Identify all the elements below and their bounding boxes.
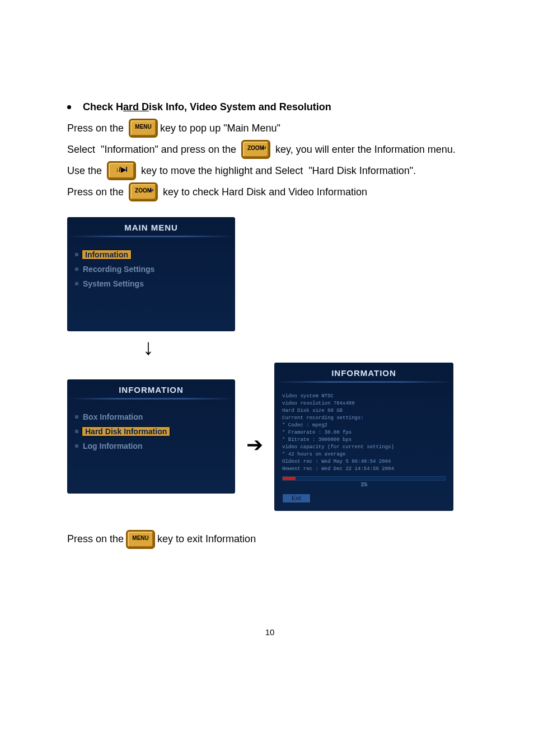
instruction-line-1: Press on the MENU key to pop up "Main Me…: [67, 119, 472, 138]
info-line: video system NTSC: [282, 393, 446, 400]
instruction-line-3: Use the ↓/▶I key to move the highlight a…: [67, 161, 472, 180]
text: key to pop up "Main Menu": [160, 119, 280, 137]
text: Press on the: [67, 119, 127, 137]
text: Select "Information" and press on the: [67, 140, 239, 158]
arrow-right-icon: ➔: [246, 433, 263, 457]
figures-area: MAIN MENU Information Recording Settings…: [67, 217, 472, 511]
info-line: Newest rec : Wed Dec 22 14:54:56 2004: [282, 466, 446, 473]
menu-item-label: System Settings: [82, 279, 145, 289]
key-label: MENU: [132, 535, 148, 541]
menu-item-label: Log Information: [82, 441, 144, 451]
info-lines: video system NTSC video resolution 704x4…: [274, 393, 453, 473]
text: key to move the highlight and Select "Ha…: [138, 162, 416, 180]
heading-underline: ard D: [123, 101, 149, 112]
text: Press on the: [67, 183, 127, 201]
menu-key-icon: MENU: [129, 119, 158, 138]
zoom-key-icon: ZOOM: [241, 140, 270, 159]
page: Check Hard Disk Info, Video System and R…: [0, 0, 534, 670]
info-line: Hard Disk size 60 GB: [282, 407, 446, 415]
menu-bullet-icon: [75, 267, 78, 271]
menu-item-box-information[interactable]: Box Information: [67, 410, 235, 424]
panel-title: INFORMATION: [67, 379, 235, 398]
heading-part: isk Info, Video System and Resolution: [149, 101, 331, 112]
panel-divider: [274, 381, 453, 383]
menu-item-label: Information: [82, 250, 132, 260]
panel-title: MAIN MENU: [67, 217, 235, 236]
progress-percent: 3%: [282, 482, 446, 488]
section-heading: Check Hard Disk Info, Video System and R…: [67, 101, 472, 113]
progress-fill: [283, 477, 296, 480]
info-line: * Bitrate : 3000000 bps: [282, 436, 446, 444]
text: Use the: [67, 162, 105, 180]
menu-item-information[interactable]: Information: [67, 247, 235, 262]
info-line: Current recording settings:: [282, 415, 446, 422]
instruction-exit: Press on the MENU key to exit Informatio…: [67, 530, 472, 549]
menu-bullet-icon: [75, 430, 78, 433]
menu-bullet-icon: [75, 444, 78, 448]
text: key to exit Information: [157, 533, 256, 545]
instruction-line-4: Press on the ZOOM key to check Hard Disk…: [67, 182, 472, 201]
menu-item-system-settings[interactable]: System Settings: [67, 276, 235, 291]
panel-divider: [67, 236, 235, 237]
page-number: 10: [67, 627, 472, 637]
menu-bullet-icon: [75, 415, 78, 419]
heading-part: Check H: [83, 101, 123, 112]
info-line: * Framerate : 30.00 fps: [282, 429, 446, 436]
progress-wrap: 3%: [282, 476, 446, 488]
menu-bullet-icon: [75, 282, 78, 285]
nav-key-icon: ↓/▶I: [107, 161, 136, 180]
key-label: ↓/▶I: [115, 161, 128, 179]
instruction-line-2: Select "Information" and press on the ZO…: [67, 140, 472, 159]
zoom-key-icon: ZOOM: [129, 182, 158, 201]
info-line: video capacity (for current settings): [282, 444, 446, 451]
menu-item-log-information[interactable]: Log Information: [67, 439, 235, 453]
bullet-dot-icon: [67, 105, 71, 109]
information-menu-panel: INFORMATION Box Information Hard Disk In…: [67, 379, 235, 494]
key-label: MENU: [135, 118, 151, 136]
menu-item-recording-settings[interactable]: Recording Settings: [67, 262, 235, 276]
panel-divider: [67, 398, 235, 400]
text: key, you will enter the Information menu…: [273, 140, 456, 158]
arrow-down-icon: ↓: [143, 336, 472, 358]
key-label: ZOOM: [247, 139, 264, 157]
progress-bar: [282, 476, 446, 481]
info-line: * Codec : mpeg2: [282, 422, 446, 429]
info-line: Oldest rec : Wed May 5 09:40:54 2004: [282, 458, 446, 466]
menu-item-label: Recording Settings: [82, 264, 156, 274]
menu-key-icon: MENU: [126, 530, 155, 549]
menu-item-label: Hard Disk Information: [82, 426, 170, 436]
figure-row: INFORMATION Box Information Hard Disk In…: [67, 363, 472, 511]
text: Press on the: [67, 533, 124, 545]
info-line: video resolution 704x480: [282, 400, 446, 407]
panel-title: INFORMATION: [274, 363, 453, 381]
main-menu-panel: MAIN MENU Information Recording Settings…: [67, 217, 235, 331]
key-label: ZOOM: [135, 182, 152, 200]
information-detail-panel: INFORMATION video system NTSC video reso…: [274, 363, 453, 511]
menu-bullet-icon: [75, 253, 78, 256]
info-line: * 42 hours on average: [282, 451, 446, 458]
text: key to check Hard Disk and Video Informa…: [160, 183, 367, 201]
menu-item-hard-disk-information[interactable]: Hard Disk Information: [67, 424, 235, 439]
exit-button[interactable]: Exit: [282, 494, 311, 503]
menu-item-label: Box Information: [82, 412, 144, 422]
